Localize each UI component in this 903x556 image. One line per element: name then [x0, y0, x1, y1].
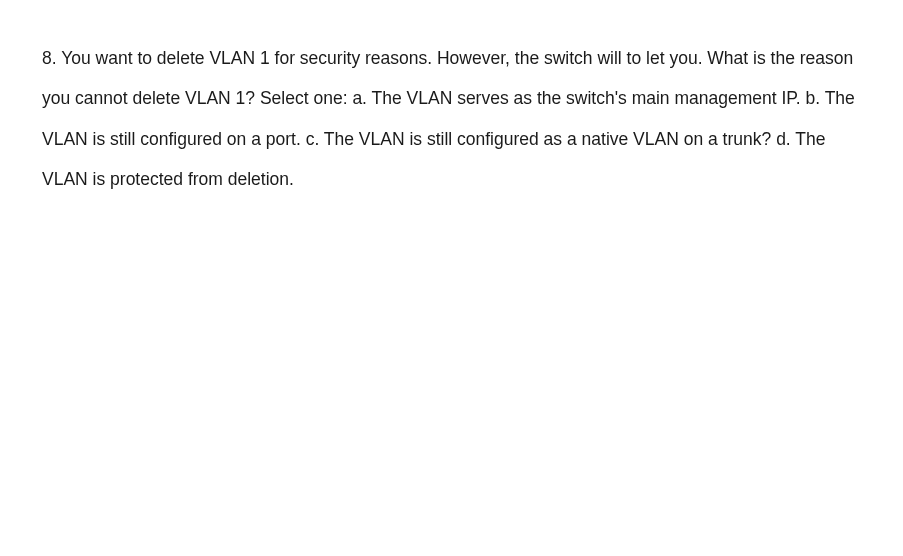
option-a-text: The VLAN serves as the switch's main man…: [372, 88, 801, 108]
option-c-label: c.: [306, 129, 320, 149]
question-number: 8.: [42, 48, 57, 68]
option-d-label: d.: [776, 129, 791, 149]
question-container: 8. You want to delete VLAN 1 for securit…: [0, 0, 903, 237]
option-c-text: The VLAN is still configured as a native…: [324, 129, 771, 149]
option-b-label: b.: [805, 88, 820, 108]
option-a-label: a.: [352, 88, 367, 108]
